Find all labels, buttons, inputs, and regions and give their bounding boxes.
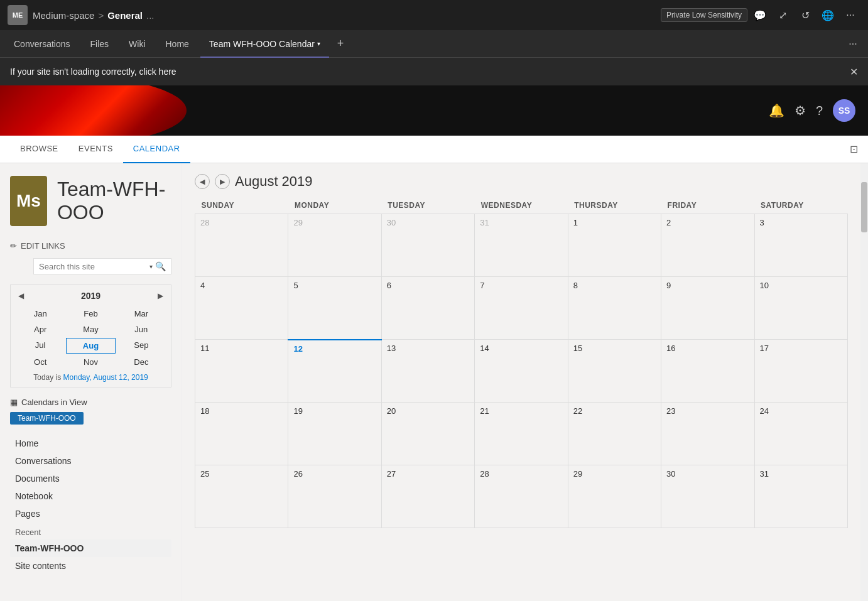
sp-tab-browse[interactable]: BROWSE: [10, 136, 68, 163]
table-row[interactable]: 13: [381, 340, 474, 403]
table-row[interactable]: 5: [288, 277, 381, 340]
table-row[interactable]: 11: [195, 340, 288, 403]
mini-cal-mar[interactable]: Mar: [117, 306, 166, 321]
add-tab-button[interactable]: +: [332, 35, 349, 53]
sp-tab-calendar[interactable]: CALENDAR: [123, 136, 190, 163]
table-row[interactable]: 25: [195, 465, 288, 528]
channel-name[interactable]: General: [107, 10, 143, 21]
notification-message[interactable]: If your site isn't loading correctly, cl…: [10, 67, 176, 77]
mini-cal-apr[interactable]: Apr: [16, 322, 65, 337]
nav-conversations[interactable]: Conversations: [10, 452, 171, 470]
day-number: 26: [293, 469, 302, 479]
table-row[interactable]: 23: [661, 403, 754, 465]
mini-cal-next[interactable]: ▶: [155, 290, 166, 301]
table-row[interactable]: 22: [568, 403, 661, 465]
gear-icon[interactable]: ⚙: [795, 103, 806, 118]
mini-cal-sep[interactable]: Sep: [117, 338, 166, 354]
cal-next-button[interactable]: ▶: [215, 174, 230, 189]
table-row[interactable]: 27: [381, 465, 474, 528]
day-number: 8: [573, 281, 578, 290]
mini-cal-jul[interactable]: Jul: [16, 338, 65, 354]
mini-cal-aug[interactable]: Aug: [66, 338, 115, 354]
space-name[interactable]: Medium-space: [33, 10, 94, 21]
day-number: 16: [666, 344, 675, 353]
expand-icon[interactable]: ⤢: [773, 5, 793, 25]
globe-icon[interactable]: 🌐: [818, 5, 838, 25]
tab-calendar[interactable]: Team WFH-OOO Calendar ▾: [200, 30, 329, 58]
day-number: 1: [573, 218, 578, 227]
table-row[interactable]: 29: [288, 214, 381, 277]
table-row[interactable]: 3: [754, 214, 847, 277]
nav-pages[interactable]: Pages: [10, 505, 171, 522]
nav-site-contents[interactable]: Site contents: [10, 557, 171, 575]
sp-tab-events[interactable]: EVENTS: [68, 136, 123, 163]
table-row[interactable]: 18: [195, 403, 288, 465]
table-row[interactable]: 10: [754, 277, 847, 340]
nav-team-wfh-ooo[interactable]: Team-WFH-OOO: [10, 539, 171, 557]
mini-cal-feb[interactable]: Feb: [66, 306, 115, 321]
table-row[interactable]: 2: [661, 214, 754, 277]
table-row[interactable]: 24: [754, 403, 847, 465]
table-row[interactable]: 8: [568, 277, 661, 340]
table-row[interactable]: 1: [568, 214, 661, 277]
table-row[interactable]: 4: [195, 277, 288, 340]
tab-wiki[interactable]: Wiki: [120, 30, 154, 58]
day-number: 6: [387, 281, 391, 290]
day-number: 25: [200, 469, 209, 479]
mini-cal-jan[interactable]: Jan: [16, 306, 65, 321]
table-row[interactable]: 28: [475, 465, 568, 528]
search-bar[interactable]: ▾ 🔍: [33, 258, 171, 274]
scrollbar-thumb[interactable]: [861, 182, 867, 232]
mini-cal-dec[interactable]: Dec: [117, 355, 166, 369]
table-row[interactable]: 29: [568, 465, 661, 528]
more-icon[interactable]: ···: [840, 5, 860, 25]
table-row[interactable]: 19: [288, 403, 381, 465]
cal-prev-button[interactable]: ◀: [195, 174, 210, 189]
tab-bar-icon[interactable]: ···: [843, 34, 863, 54]
mini-cal-nov[interactable]: Nov: [66, 355, 115, 369]
table-row[interactable]: 30: [381, 214, 474, 277]
edit-links-button[interactable]: ✏ EDIT LINKS: [10, 241, 171, 251]
refresh-icon[interactable]: ↺: [795, 5, 815, 25]
nav-home[interactable]: Home: [10, 435, 171, 452]
notification-close[interactable]: ✕: [850, 66, 858, 78]
mini-cal-may[interactable]: May: [66, 322, 115, 337]
nav-notebook[interactable]: Notebook: [10, 487, 171, 505]
calendar-badge[interactable]: Team-WFH-OOO: [10, 412, 84, 425]
expand-view-icon[interactable]: ⊡: [850, 143, 858, 155]
scrollbar[interactable]: [860, 163, 868, 601]
chat-icon[interactable]: 💬: [750, 5, 770, 25]
table-row[interactable]: 26: [288, 465, 381, 528]
day-number: 14: [480, 344, 489, 353]
table-row[interactable]: 16: [661, 340, 754, 403]
user-avatar[interactable]: SS: [833, 99, 855, 122]
table-row[interactable]: 30: [661, 465, 754, 528]
mini-cal-oct[interactable]: Oct: [16, 355, 65, 369]
mini-cal-jun[interactable]: Jun: [117, 322, 166, 337]
table-row[interactable]: 9: [661, 277, 754, 340]
table-row[interactable]: 15: [568, 340, 661, 403]
search-input[interactable]: [39, 262, 149, 271]
search-icon[interactable]: 🔍: [155, 261, 166, 271]
channel-ellipsis[interactable]: ...: [146, 10, 155, 21]
table-row[interactable]: 6: [381, 277, 474, 340]
table-row[interactable]: 7: [475, 277, 568, 340]
table-row[interactable]: 31: [754, 465, 847, 528]
table-row[interactable]: 21: [475, 403, 568, 465]
table-row[interactable]: 31: [475, 214, 568, 277]
tab-home[interactable]: Home: [157, 30, 198, 58]
help-icon[interactable]: ?: [816, 104, 823, 118]
nav-documents[interactable]: Documents: [10, 470, 171, 487]
table-row[interactable]: 20: [381, 403, 474, 465]
table-row[interactable]: 12: [288, 340, 381, 403]
day-number: 9: [666, 281, 671, 290]
tab-conversations[interactable]: Conversations: [5, 30, 79, 58]
table-row[interactable]: 14: [475, 340, 568, 403]
mini-cal-prev[interactable]: ◀: [16, 290, 26, 301]
bell-icon[interactable]: 🔔: [769, 103, 784, 118]
tab-files[interactable]: Files: [82, 30, 118, 58]
table-row[interactable]: 28: [195, 214, 288, 277]
table-row[interactable]: 17: [754, 340, 847, 403]
search-dropdown-icon[interactable]: ▾: [149, 263, 153, 270]
mini-cal-today-link[interactable]: Monday, August 12, 2019: [63, 373, 148, 382]
